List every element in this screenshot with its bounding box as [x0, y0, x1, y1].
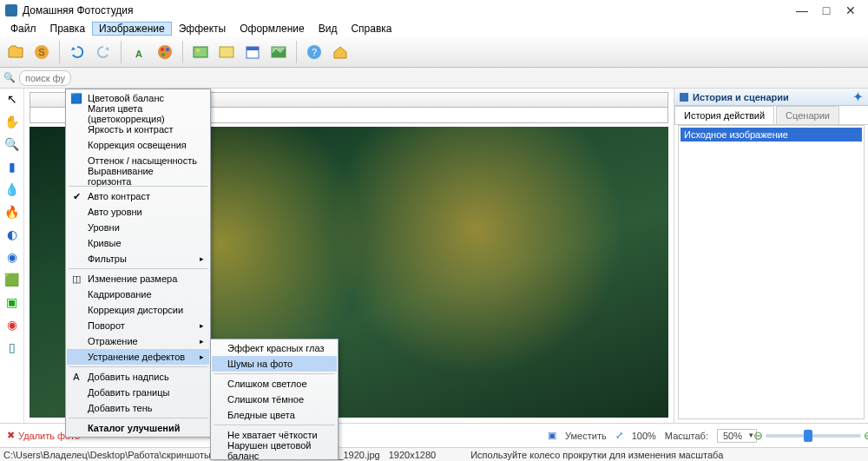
delete-icon: ✖ — [7, 430, 15, 441]
submenu-item[interactable]: Шумы на фото — [212, 356, 337, 372]
home-icon[interactable] — [330, 42, 351, 63]
zoom-tool-icon[interactable]: 🔍 — [5, 137, 19, 151]
search-input[interactable] — [19, 70, 71, 86]
menu-view[interactable]: Вид — [312, 22, 345, 36]
menu-item[interactable]: Выравнивание горизонта — [67, 168, 209, 184]
app-icon — [5, 4, 17, 16]
svg-text:A: A — [135, 49, 142, 59]
tab-scenarios[interactable]: Сценарии — [776, 106, 839, 124]
minimize-button[interactable]: — — [790, 3, 814, 17]
menu-help[interactable]: Справка — [344, 22, 398, 36]
scale-dropdown[interactable]: 50% — [717, 429, 757, 443]
open-icon[interactable] — [5, 42, 26, 63]
hand-tool-icon[interactable]: ✋ — [5, 115, 19, 128]
menu-item[interactable]: Каталог улучшений — [67, 420, 209, 436]
menu-item[interactable]: Авто уровни — [67, 204, 209, 220]
toolbox: ↖ ✋ 🔍 ▮ 💧 🔥 ◐ ◉ 🟩 ▣ ◉ ▯ — [0, 89, 24, 423]
menubar: Файл Правка Изображение Эффекты Оформлен… — [0, 21, 868, 36]
panel-icon — [680, 93, 688, 102]
menu-item[interactable]: Кадрирование — [67, 286, 209, 302]
status-hint: Используйте колесо прокрутки для изменен… — [470, 450, 723, 460]
status-dimensions: 1920x1280 — [389, 450, 436, 460]
svg-point-6 — [161, 53, 165, 56]
main-toolbar: S A ? — [0, 36, 868, 68]
submenu-item[interactable]: Слишком тёмное — [212, 392, 337, 407]
stamp-tool-icon[interactable]: ▣ — [5, 295, 19, 309]
menu-item[interactable]: Поворот▸ — [67, 318, 209, 333]
redeye-tool-icon[interactable]: ◉ — [5, 318, 19, 332]
color-tool-icon[interactable]: 🟩 — [5, 273, 19, 286]
drop-tool-icon[interactable]: 💧 — [5, 182, 19, 196]
image1-icon[interactable] — [190, 42, 211, 63]
svg-rect-11 — [247, 47, 259, 50]
menu-item[interactable]: Добавить границы — [67, 385, 209, 400]
menu-edit[interactable]: Правка — [43, 22, 93, 36]
menu-image[interactable]: Изображение — [92, 22, 172, 36]
search-icon: 🔍 — [3, 72, 16, 83]
calendar-icon[interactable] — [242, 42, 263, 63]
svg-point-8 — [196, 49, 200, 52]
menu-item[interactable]: Устранение дефектов▸ — [67, 349, 209, 365]
menu-design[interactable]: Оформление — [233, 22, 311, 36]
window-title: Домашняя Фотостудия — [23, 4, 790, 16]
submenu-item[interactable]: Нарушен цветовой баланс — [212, 443, 337, 458]
flame-tool-icon[interactable]: 🔥 — [5, 205, 19, 219]
menu-item[interactable]: Кривые — [67, 235, 209, 251]
zoom-slider[interactable]: ⊖⊕ — [766, 434, 861, 438]
svg-rect-7 — [194, 47, 207, 57]
svg-text:?: ? — [312, 47, 317, 57]
svg-rect-9 — [220, 47, 233, 57]
menu-file[interactable]: Файл — [3, 22, 43, 36]
help-icon[interactable]: ? — [304, 42, 325, 63]
palette-icon[interactable] — [155, 42, 175, 63]
menu-item[interactable]: Фильтры▸ — [67, 251, 209, 267]
brush-tool-icon[interactable]: ▮ — [5, 160, 19, 174]
fit-icon[interactable]: ▣ — [548, 430, 556, 441]
menu-item[interactable]: Отражение▸ — [67, 333, 209, 349]
crop-tool-icon[interactable]: ▯ — [5, 340, 19, 354]
menu-item[interactable]: ✔Авто контраст — [67, 188, 209, 204]
menu-item[interactable]: Коррекция дисторсии — [67, 302, 209, 318]
svg-text:S: S — [38, 47, 44, 57]
menu-item[interactable]: ◫Изменение размера — [67, 271, 209, 286]
menu-item[interactable]: AДобавить надпись — [67, 369, 209, 385]
menu-item[interactable]: Уровни — [67, 220, 209, 235]
fit-label[interactable]: Уместить — [565, 431, 607, 441]
redo-icon[interactable] — [93, 42, 114, 63]
pointer-tool-icon[interactable]: ↖ — [5, 92, 19, 106]
tab-history[interactable]: История действий — [674, 106, 774, 124]
menu-effects[interactable]: Эффекты — [172, 22, 233, 36]
image2-icon[interactable] — [216, 42, 237, 63]
save-icon[interactable]: S — [31, 42, 52, 63]
zoom-out-icon[interactable]: ⊖ — [753, 429, 763, 442]
svg-point-4 — [161, 48, 164, 51]
menu-item[interactable]: Яркость и контраст — [67, 122, 209, 137]
submenu-defects: Эффект красных глазШумы на фотоСлишком с… — [210, 339, 339, 460]
scale-label: Масштаб: — [665, 431, 708, 441]
blur-tool-icon[interactable]: ◐ — [5, 227, 19, 241]
zoom-100-label[interactable]: 100% — [632, 431, 656, 441]
menu-image-dropdown: 🟦Цветовой балансМагия цвета (цветокоррек… — [65, 89, 211, 438]
image3-icon[interactable] — [268, 42, 289, 63]
zoom-in-icon[interactable]: ⊕ — [864, 429, 868, 442]
text-icon[interactable]: A — [128, 42, 149, 63]
panel-more-icon[interactable]: ✦ — [853, 90, 863, 103]
close-button[interactable]: ✕ — [838, 3, 863, 17]
submenu-item[interactable]: Бледные цвета — [212, 407, 337, 423]
menu-item[interactable]: Магия цвета (цветокоррекция) — [67, 106, 209, 122]
dodge-tool-icon[interactable]: ◉ — [5, 250, 19, 264]
menu-item[interactable]: Добавить тень — [67, 400, 209, 416]
undo-icon[interactable] — [67, 42, 88, 63]
menu-item[interactable]: Коррекция освещения — [67, 137, 209, 153]
panel-title: История и сценарии — [693, 92, 789, 102]
history-item[interactable]: Исходное изображение — [681, 128, 862, 142]
svg-point-5 — [166, 48, 169, 51]
svg-point-3 — [158, 45, 172, 59]
zoom-actual-icon[interactable]: ⤢ — [615, 430, 623, 441]
submenu-item[interactable]: Слишком светлое — [212, 376, 337, 392]
submenu-item[interactable]: Эффект красных глаз — [212, 340, 337, 356]
maximize-button[interactable]: □ — [814, 3, 838, 17]
